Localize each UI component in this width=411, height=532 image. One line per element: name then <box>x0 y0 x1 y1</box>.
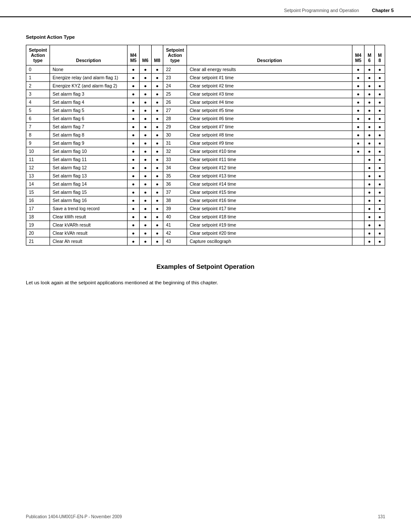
table-cell: ● <box>364 139 375 147</box>
table-cell: Clear setpoint #2 time <box>187 82 352 90</box>
table-cell: ● <box>364 221 375 229</box>
table-cell: ● <box>375 237 385 246</box>
table-row: 16Set alarm flag 16●●●38Clear setpoint #… <box>26 196 385 205</box>
table-cell: ● <box>151 164 163 172</box>
table-cell: ● <box>151 139 163 147</box>
table-cell: Set alarm flag 4 <box>50 98 128 106</box>
table-cell: 4 <box>26 98 50 106</box>
table-cell <box>352 237 364 246</box>
table-cell: ● <box>151 229 163 237</box>
table-cell: ● <box>364 205 375 213</box>
table-cell: Clear setpoint #8 time <box>187 131 352 139</box>
table-cell: ● <box>128 213 140 221</box>
table-cell: 15 <box>26 188 50 196</box>
table-cell: ● <box>151 123 163 131</box>
table-cell <box>352 221 364 229</box>
table-cell: ● <box>140 106 152 115</box>
table-cell: ● <box>352 90 364 98</box>
table-cell: 1 <box>26 74 50 82</box>
table-cell: ● <box>128 139 140 147</box>
page-number: 131 <box>378 514 385 519</box>
table-cell: ● <box>375 213 385 221</box>
table-cell: ● <box>151 147 163 156</box>
table-cell: ● <box>128 156 140 164</box>
page-header: Setpoint Programming and Operation Chapt… <box>0 0 411 17</box>
table-cell: Set alarm flag 5 <box>50 106 128 115</box>
table-cell: 32 <box>163 147 187 156</box>
table-cell: 43 <box>163 237 187 246</box>
table-cell: 37 <box>163 188 187 196</box>
table-row: 6Set alarm flag 6●●●28Clear setpoint #6 … <box>26 115 385 123</box>
table-cell: 8 <box>26 131 50 139</box>
table-row: 1Energize relay (and alarm flag 1)●●●23C… <box>26 74 385 82</box>
table-cell: ● <box>128 74 140 82</box>
table-cell: ● <box>352 106 364 115</box>
table-row: 15Set alarm flag 15●●●37Clear setpoint #… <box>26 188 385 196</box>
table-cell: ● <box>140 115 152 123</box>
table-cell: Clear setpoint #12 time <box>187 164 352 172</box>
table-cell: ● <box>151 106 163 115</box>
th-setpoint-action: SetpointAction type <box>26 45 50 65</box>
table-cell: Energize KYZ (and alarm flag 2) <box>50 82 128 90</box>
table-cell: Clear setpoint #18 time <box>187 213 352 221</box>
table-cell: ● <box>140 180 152 188</box>
table-cell: 35 <box>163 172 187 180</box>
table-cell: Set alarm flag 16 <box>50 196 128 205</box>
table-cell: ● <box>151 213 163 221</box>
table-cell: ● <box>140 156 152 164</box>
table-cell: ● <box>128 172 140 180</box>
table-cell: ● <box>128 106 140 115</box>
table-cell: 20 <box>26 229 50 237</box>
table-cell: Clear setpoint #17 time <box>187 205 352 213</box>
table-cell: ● <box>364 147 375 156</box>
table-cell: ● <box>364 180 375 188</box>
table-cell: ● <box>352 115 364 123</box>
table-cell: 18 <box>26 213 50 221</box>
table-cell: Set alarm flag 14 <box>50 180 128 188</box>
table-cell: Set alarm flag 8 <box>50 131 128 139</box>
table-cell: ● <box>140 213 152 221</box>
table-cell: Set alarm flag 12 <box>50 164 128 172</box>
table-cell: ● <box>151 82 163 90</box>
table-row: 20Clear kVAh result●●●42Clear setpoint #… <box>26 229 385 237</box>
th-m8b: M8 <box>375 45 385 65</box>
table-cell: Clear setpoint #7 time <box>187 123 352 131</box>
table-cell: ● <box>151 172 163 180</box>
page: Setpoint Programming and Operation Chapt… <box>0 0 411 532</box>
table-cell: 36 <box>163 180 187 188</box>
table-cell: 12 <box>26 164 50 172</box>
table-cell: ● <box>364 229 375 237</box>
table-cell: 17 <box>26 205 50 213</box>
table-cell: ● <box>352 82 364 90</box>
header-section-title: Setpoint Programming and Operation <box>284 8 359 13</box>
table-cell: ● <box>375 196 385 205</box>
th-m8: M8 <box>151 45 163 65</box>
table-cell: ● <box>352 98 364 106</box>
table-cell: ● <box>364 188 375 196</box>
table-cell: ● <box>140 82 152 90</box>
table-cell: ● <box>352 74 364 82</box>
table-cell: 39 <box>163 205 187 213</box>
table-cell: 27 <box>163 106 187 115</box>
table-cell: 3 <box>26 90 50 98</box>
table-cell: Set alarm flag 9 <box>50 139 128 147</box>
table-cell: ● <box>352 147 364 156</box>
table-cell: 25 <box>163 90 187 98</box>
table-cell: 26 <box>163 98 187 106</box>
table-cell: ● <box>364 123 375 131</box>
table-cell: Clear setpoint #16 time <box>187 196 352 205</box>
table-cell: Clear setpoint #3 time <box>187 90 352 98</box>
table-cell: 21 <box>26 237 50 246</box>
th-m6: M6 <box>140 45 152 65</box>
table-cell: Clear setpoint #9 time <box>187 139 352 147</box>
table-cell: 23 <box>163 74 187 82</box>
table-cell: ● <box>364 156 375 164</box>
table-cell: 0 <box>26 65 50 74</box>
table-cell: ● <box>375 74 385 82</box>
table-cell: ● <box>375 221 385 229</box>
table-cell: Clear setpoint #5 time <box>187 106 352 115</box>
table-cell: ● <box>128 164 140 172</box>
table-cell: 24 <box>163 82 187 90</box>
th-setpoint-action2: SetpointAction type <box>163 45 187 65</box>
table-cell: ● <box>151 98 163 106</box>
